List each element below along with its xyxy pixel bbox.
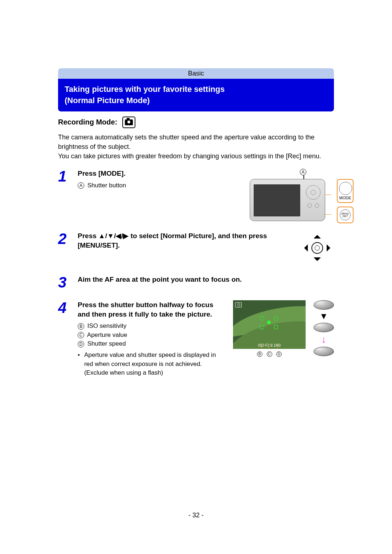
step-heading: Press the shutter button halfway to focu… bbox=[78, 300, 226, 319]
step-sub: A Shutter button bbox=[78, 181, 242, 190]
intro-p1: The camera automatically sets the shutte… bbox=[58, 133, 334, 151]
callout-c-text: Aperture value bbox=[87, 331, 127, 338]
callout-a-text: Shutter button bbox=[87, 182, 126, 189]
arrow-down-icon: ▼ bbox=[319, 312, 328, 321]
step-heading: Press ▲/▼/◀/▶ to select [Normal Picture]… bbox=[78, 231, 293, 250]
callout-c-label: C bbox=[78, 332, 84, 338]
callout-b-row: B ISO sensitivity bbox=[78, 322, 226, 331]
lcd-readout: ISO F2.8 1/60 bbox=[233, 343, 306, 347]
dpad-up-icon bbox=[314, 231, 321, 239]
steps-list: 1 Press [MODE]. A Shutter button A bbox=[58, 169, 334, 378]
recording-mode-row: Recording Mode: bbox=[58, 117, 334, 128]
page-number: - 32 - bbox=[0, 512, 392, 519]
step-1: 1 Press [MODE]. A Shutter button A bbox=[58, 169, 334, 221]
page-content: Basic Taking pictures with your favorite… bbox=[58, 68, 334, 378]
shutter-press-diagram: ▼ ↓ bbox=[314, 300, 334, 356]
step-heading: Press [MODE]. bbox=[78, 169, 242, 178]
intro-p2: You can take pictures with greater freed… bbox=[58, 151, 334, 161]
step-heading: Aim the AF area at the point you want to… bbox=[78, 275, 334, 284]
recording-mode-label: Recording Mode: bbox=[58, 118, 117, 126]
step-3: 3 Aim the AF area at the point you want … bbox=[58, 275, 334, 290]
shutter-button-icon bbox=[314, 300, 334, 310]
shutter-button-icon bbox=[314, 323, 334, 332]
step-number: 3 bbox=[58, 275, 70, 290]
callout-c-row: C Aperture value bbox=[78, 331, 226, 340]
menu-set-button-illus: MENU /SET bbox=[337, 207, 354, 223]
step-number: 1 bbox=[58, 169, 70, 184]
shutter-button-icon bbox=[314, 347, 334, 356]
step-4: 4 Press the shutter button halfway to fo… bbox=[58, 300, 334, 378]
dpad-center-icon bbox=[311, 242, 323, 254]
callout-d-text: Shutter speed bbox=[87, 340, 126, 347]
title-line-2: (Normal Picture Mode) bbox=[65, 95, 327, 106]
camera-icon bbox=[122, 117, 135, 128]
mode-button-illus: MODE bbox=[337, 179, 354, 203]
camera-illustration: A MODE bbox=[250, 169, 334, 221]
callout-b-text: ISO sensitivity bbox=[87, 322, 127, 329]
step-2: 2 Press ▲/▼/◀/▶ to select [Normal Pictur… bbox=[58, 231, 334, 265]
title-line-1: Taking pictures with your favorite setti… bbox=[65, 84, 327, 95]
camera-body-icon bbox=[250, 179, 325, 221]
lcd-screen-icon: ISO F2.8 1/60 bbox=[233, 300, 306, 349]
lcd-and-shutter-illustration: ISO F2.8 1/60 B C D ▼ ↓ bbox=[233, 300, 334, 357]
exposure-note: Aperture value and shutter speed is disp… bbox=[78, 351, 226, 378]
dpad-right-icon bbox=[327, 244, 334, 252]
callout-d-row: D Shutter speed bbox=[78, 339, 226, 349]
dpad-left-icon bbox=[301, 244, 308, 252]
lcd-below-labels: B C D bbox=[233, 351, 306, 357]
callout-a-label: A bbox=[78, 182, 84, 189]
camera-mode-icon bbox=[235, 302, 242, 307]
page-title-banner: Taking pictures with your favorite setti… bbox=[58, 79, 334, 111]
arrow-down-icon: ↓ bbox=[321, 334, 326, 345]
dpad-down-icon bbox=[314, 257, 321, 265]
callout-b-label: B bbox=[78, 323, 84, 330]
focus-dot-icon bbox=[267, 321, 271, 324]
section-tab: Basic bbox=[58, 68, 334, 79]
dpad-illustration bbox=[301, 231, 334, 265]
intro-text: The camera automatically sets the shutte… bbox=[58, 133, 334, 161]
step-number: 2 bbox=[58, 231, 70, 247]
callout-d-label: D bbox=[78, 341, 84, 347]
step-number: 4 bbox=[58, 300, 70, 315]
